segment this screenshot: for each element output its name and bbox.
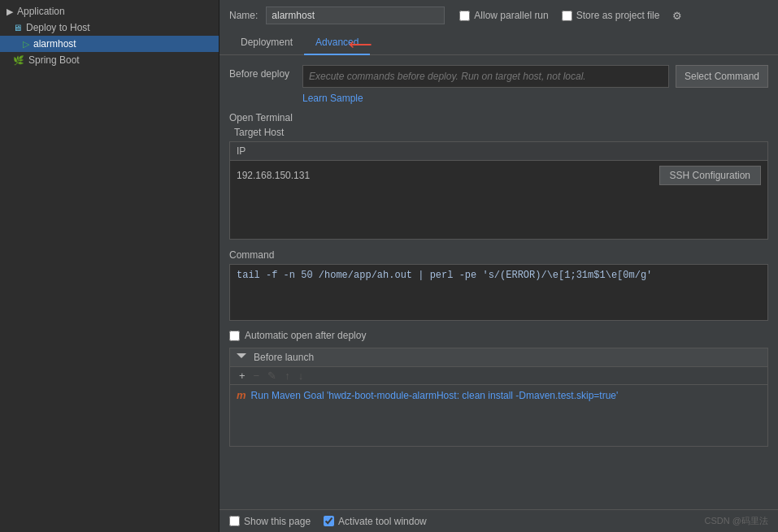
open-terminal-label: Open Terminal xyxy=(229,112,768,123)
open-terminal-section: Open Terminal Target Host IP 192.168.150… xyxy=(229,112,768,240)
target-host-box: IP 192.168.150.131 SSH Configuration xyxy=(229,141,768,240)
sidebar-item-deploy-to-host[interactable]: 🖥 Deploy to Host xyxy=(0,19,219,36)
before-deploy-input[interactable] xyxy=(302,65,669,88)
before-deploy-row: Before deploy Select Command Learn Sampl… xyxy=(229,65,768,104)
collapse-icon[interactable] xyxy=(237,353,246,361)
store-project-checkbox-label[interactable]: Store as project file xyxy=(562,10,660,21)
ssh-configuration-button[interactable]: SSH Configuration xyxy=(659,166,761,185)
activate-tool-label: Activate tool window xyxy=(338,516,427,527)
name-row: Name: Allow parallel run Store as projec… xyxy=(219,0,778,31)
command-textarea[interactable]: tail -f -n 50 /home/app/ah.out | perl -p… xyxy=(229,264,768,321)
watermark: CSDN @码里法 xyxy=(705,515,768,527)
allow-parallel-label: Allow parallel run xyxy=(474,10,548,21)
before-deploy-input-row: Select Command xyxy=(302,65,768,88)
auto-open-label: Automatic open after deploy xyxy=(245,330,366,341)
show-page-checkbox-label[interactable]: Show this page xyxy=(229,516,311,527)
learn-sample-link[interactable]: Learn Sample xyxy=(302,93,768,104)
tab-deployment[interactable]: Deployment xyxy=(229,31,304,55)
before-deploy-controls: Select Command Learn Sample xyxy=(302,65,768,104)
gear-icon[interactable]: ⚙ xyxy=(672,10,682,22)
add-button[interactable]: + xyxy=(237,370,248,382)
show-page-checkbox[interactable] xyxy=(229,516,240,526)
sidebar-item-label: Application xyxy=(17,6,65,17)
target-host-label: Target Host xyxy=(229,127,768,138)
store-project-checkbox[interactable] xyxy=(562,11,572,21)
spring-icon: 🌿 xyxy=(13,55,24,66)
ip-value: 192.168.150.131 xyxy=(237,170,651,181)
footer: Show this page Activate tool window CSDN… xyxy=(219,509,778,532)
sidebar-item-application[interactable]: ▶ Application xyxy=(0,3,219,19)
before-deploy-label: Before deploy xyxy=(229,65,302,80)
sidebar: ▶ Application 🖥 Deploy to Host ▷ alarmho… xyxy=(0,0,219,532)
sidebar-item-label: alarmhost xyxy=(33,38,76,50)
before-launch-item[interactable]: m Run Maven Goal 'hwdz-boot-module-alarm… xyxy=(230,385,767,405)
sidebar-item-alarmhost[interactable]: ▷ alarmhost xyxy=(0,36,219,52)
move-up-button[interactable]: ↑ xyxy=(282,370,293,382)
before-launch-section: Before launch + − ✎ ↑ ↓ m Run Maven Goal… xyxy=(229,348,768,447)
name-label: Name: xyxy=(229,10,258,21)
move-down-button[interactable]: ↓ xyxy=(296,370,306,382)
target-host-body: 192.168.150.131 SSH Configuration xyxy=(230,161,767,190)
expand-icon: ▶ xyxy=(7,6,13,17)
remove-button[interactable]: − xyxy=(251,370,263,382)
activate-tool-checkbox[interactable] xyxy=(324,516,334,526)
show-page-label: Show this page xyxy=(244,516,311,527)
command-section: Command tail -f -n 50 /home/app/ah.out |… xyxy=(229,249,768,323)
header-options: Allow parallel run Store as project file… xyxy=(459,10,682,22)
content-area: Name: Allow parallel run Store as projec… xyxy=(219,0,778,532)
sidebar-item-label: Deploy to Host xyxy=(26,22,90,33)
name-input[interactable] xyxy=(266,6,445,24)
allow-parallel-checkbox-label[interactable]: Allow parallel run xyxy=(459,10,548,21)
maven-icon: m xyxy=(237,389,246,401)
activate-tool-checkbox-label[interactable]: Activate tool window xyxy=(324,516,427,527)
before-launch-item-label: Run Maven Goal 'hwdz-boot-module-alarmHo… xyxy=(251,390,619,401)
target-host-extra-space xyxy=(230,190,767,239)
before-launch-empty-space xyxy=(230,405,767,446)
allow-parallel-checkbox[interactable] xyxy=(459,11,470,21)
select-command-button[interactable]: Select Command xyxy=(676,65,768,88)
before-launch-toolbar: + − ✎ ↑ ↓ xyxy=(230,367,767,385)
before-launch-header: Before launch xyxy=(230,348,767,367)
auto-open-checkbox[interactable] xyxy=(229,331,240,341)
edit-button[interactable]: ✎ xyxy=(265,370,279,382)
tab-advanced[interactable]: Advanced ⟵ xyxy=(304,31,370,55)
target-host-header: IP xyxy=(230,142,767,161)
store-project-label: Store as project file xyxy=(576,10,660,21)
sidebar-item-spring-boot[interactable]: 🌿 Spring Boot xyxy=(0,52,219,68)
run-icon: ▷ xyxy=(23,39,29,50)
content-scroll: Before deploy Select Command Learn Sampl… xyxy=(219,55,778,509)
deploy-icon: 🖥 xyxy=(13,23,22,32)
before-launch-title: Before launch xyxy=(254,352,314,363)
sidebar-item-label: Spring Boot xyxy=(28,54,80,66)
auto-open-row: Automatic open after deploy xyxy=(229,330,768,341)
command-label: Command xyxy=(229,249,768,261)
tabs-bar: Deployment Advanced ⟵ xyxy=(219,31,778,55)
